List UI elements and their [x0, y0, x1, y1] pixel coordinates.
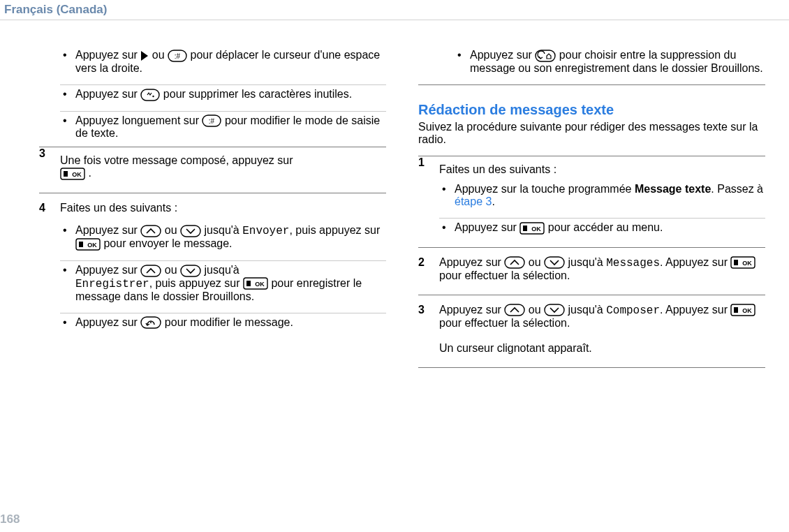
step4-head: Faites un des suivants : [60, 202, 177, 214]
text: jusqu'à [568, 256, 607, 268]
text: , puis appuyez sur [289, 224, 380, 236]
text: ou [165, 224, 180, 236]
step4-sublist: Appuyez sur ou jusqu'à Envoyer, puis app… [60, 224, 386, 329]
text: ou [529, 256, 544, 268]
ok-key-icon [730, 304, 755, 316]
section-heading: Rédaction de messages texte [418, 102, 765, 118]
text: ou [152, 49, 168, 61]
text: Un curseur clignotant apparaît. [439, 342, 592, 354]
star-key-icon [140, 89, 160, 101]
up-key-icon [504, 256, 525, 269]
hash-key-icon [202, 114, 221, 127]
r1-programmed: Appuyez sur la touche programmée Message… [439, 183, 765, 219]
right-top-sublist: Appuyez sur pour choisir entre la suppre… [418, 49, 765, 85]
bullet-choose-delete: Appuyez sur pour choisir entre la suppre… [455, 49, 765, 75]
text: pour accéder au menu. [548, 221, 663, 233]
text: . [88, 167, 91, 179]
text: ou [165, 264, 180, 276]
text: pour supprimer les caractères inutiles. [163, 88, 352, 100]
text: pour effectuer la sélection. [439, 317, 570, 329]
mono-composer: Composer [606, 304, 660, 317]
r-step-3: Appuyez sur ou jusqu'à Composer. Appuyez… [418, 295, 765, 368]
r1-menu: Appuyez sur pour accéder au menu. [439, 219, 765, 235]
text: . [492, 195, 494, 207]
right-column: Appuyez sur pour choisir entre la suppre… [418, 49, 769, 368]
play-icon [140, 50, 149, 61]
text: Appuyez longuement sur [75, 114, 202, 126]
up-key-icon [140, 265, 161, 277]
text: pour envoyer le message. [103, 237, 232, 249]
bullet-mode: Appuyez longuement sur pour modifier le … [60, 112, 386, 140]
text: Appuyez sur la touche programmée [455, 183, 635, 195]
down-key-icon [180, 225, 201, 237]
text: . Appuyez sur [660, 256, 730, 268]
section-intro: Suivez la procédure suivante pour rédige… [418, 121, 765, 146]
down-key-icon [544, 256, 565, 269]
text: Appuyez sur [470, 49, 535, 61]
r-step-2: Appuyez sur ou jusqu'à Messages. Appuyez… [418, 248, 765, 295]
r1-head: Faites un des suivants : [439, 163, 556, 175]
down-key-icon [180, 265, 201, 277]
down-key-icon [544, 304, 565, 316]
ok-key-icon [730, 256, 755, 269]
bold-message-texte: Message texte [635, 183, 711, 195]
text: Appuyez sur [75, 224, 140, 236]
bullet-cursor: Appuyez sur ou pour déplacer le curseur … [60, 49, 386, 85]
page: Français (Canada) Appuyez sur ou pour dé… [0, 0, 789, 532]
step4-modifier: Appuyez sur pour modifier le message. [60, 313, 386, 330]
hash-key-icon [168, 50, 187, 62]
text: ou [529, 304, 544, 316]
text: Une fois votre message composé, appuyez … [60, 154, 293, 166]
left-column: Appuyez sur ou pour déplacer le curseur … [39, 49, 390, 368]
bullet-delete: Appuyez sur pour supprimer les caractère… [60, 85, 386, 112]
right-steps: Faites un des suivants : Appuyez sur la … [418, 156, 765, 368]
r1-sublist: Appuyez sur la touche programmée Message… [439, 183, 765, 235]
mono-envoyer: Envoyer [242, 225, 289, 237]
mono-messages: Messages [606, 257, 660, 269]
mono-enregistrer: Enregistrer [75, 278, 149, 290]
text: jusqu'à [205, 264, 239, 276]
ok-key-icon [519, 222, 545, 235]
columns: Appuyez sur ou pour déplacer le curseur … [39, 0, 769, 368]
text: . Appuyez sur [660, 304, 730, 316]
text: jusqu'à [205, 224, 243, 236]
left-sub-list-a: Appuyez sur ou pour déplacer le curseur … [39, 49, 386, 140]
page-number: 168 [0, 512, 20, 526]
step4-enregistrer: Appuyez sur ou jusqu'à Enregistrer, puis… [60, 261, 386, 313]
text: Appuyez sur [75, 49, 140, 61]
link-etape3[interactable]: étape 3 [455, 195, 492, 207]
text: . Passez à [711, 183, 763, 195]
text: jusqu'à [568, 304, 607, 316]
step4-envoyer: Appuyez sur ou jusqu'à Envoyer, puis app… [60, 224, 386, 261]
header-rule [0, 20, 789, 20]
up-key-icon [140, 225, 161, 237]
up-key-icon [504, 304, 525, 316]
text: Appuyez sur [439, 304, 504, 316]
text: Appuyez sur [455, 221, 519, 233]
ok-key-icon [75, 238, 101, 251]
text: Appuyez sur [75, 88, 140, 100]
text: Appuyez sur [75, 264, 140, 276]
r-step-1: Faites un des suivants : Appuyez sur la … [418, 156, 765, 248]
home-key-icon [535, 50, 556, 62]
text: Appuyez sur [439, 256, 504, 268]
ok-key-icon [60, 168, 85, 180]
text: , puis appuyez sur [149, 277, 243, 289]
language-header: Français (Canada) [4, 3, 107, 17]
step-3: Une fois votre message composé, appuyez … [39, 147, 386, 193]
text: pour modifier le message. [165, 316, 293, 328]
step-4: Faites un des suivants : Appuyez sur ou … [39, 193, 386, 341]
text: pour effectuer la sélection. [439, 269, 570, 281]
ok-key-icon [243, 277, 268, 290]
back-key-icon [140, 316, 161, 329]
text: Appuyez sur [75, 316, 140, 328]
left-steps: Une fois votre message composé, appuyez … [39, 147, 386, 341]
